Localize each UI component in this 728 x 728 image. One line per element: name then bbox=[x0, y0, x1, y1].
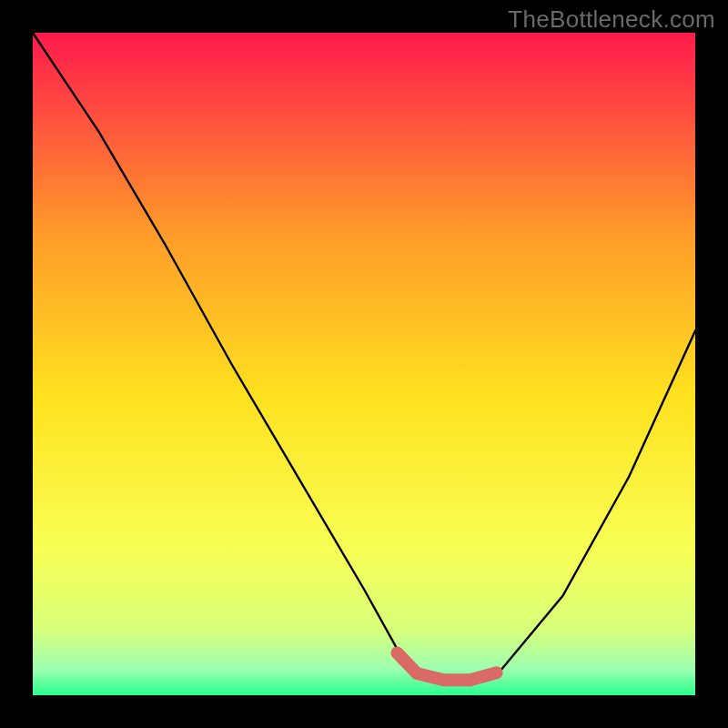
optimal-marker-right bbox=[470, 672, 497, 680]
chart-frame: TheBottleneck.com bbox=[0, 0, 728, 728]
optimal-marker-mid bbox=[417, 673, 470, 680]
chart-svg bbox=[0, 0, 728, 728]
watermark-text: TheBottleneck.com bbox=[508, 5, 715, 34]
plot-background bbox=[33, 33, 695, 695]
